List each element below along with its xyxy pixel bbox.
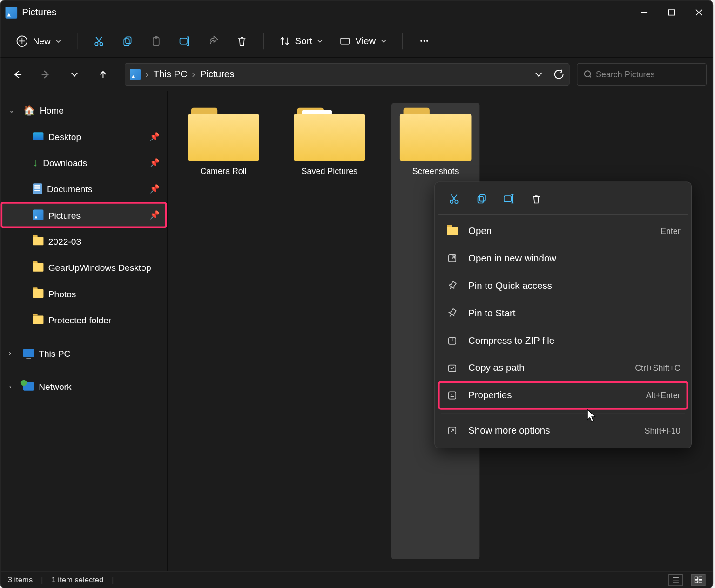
forward-button[interactable]	[35, 64, 57, 85]
folder-item[interactable]: Camera Roll	[179, 103, 267, 559]
breadcrumb-root[interactable]: This PC	[153, 69, 187, 80]
refresh-icon[interactable]	[553, 69, 564, 80]
cut-button[interactable]	[442, 188, 466, 209]
folder-icon	[188, 108, 259, 161]
pin-icon[interactable]: 📌	[149, 184, 160, 194]
chevron-right-icon[interactable]: ›	[9, 349, 11, 357]
shortcut: Ctrl+Shift+C	[635, 363, 681, 373]
chevron-down-icon[interactable]	[534, 70, 543, 79]
menu-show-more-options[interactable]: Show more options Shift+F10	[438, 417, 688, 444]
svg-point-21	[420, 40, 422, 42]
rename-button[interactable]	[173, 30, 196, 52]
details-view-button[interactable]	[668, 574, 683, 586]
search-box[interactable]	[577, 63, 707, 86]
chevron-right-icon: ›	[192, 69, 195, 80]
sidebar-label: 2022-03	[48, 236, 81, 247]
chevron-down-icon	[55, 38, 61, 44]
svg-rect-32	[699, 580, 702, 582]
chevron-down-icon[interactable]: ⌄	[9, 106, 15, 114]
pictures-app-icon	[6, 7, 18, 19]
sidebar-item-pictures[interactable]: Pictures 📌	[0, 202, 167, 228]
menu-pin-quick-access[interactable]: Pin to Quick access	[438, 272, 688, 300]
separator	[441, 413, 685, 413]
menu-copy-path[interactable]: Copy as path Ctrl+Shift+C	[438, 354, 688, 382]
up-button[interactable]	[92, 64, 114, 85]
pin-icon[interactable]: 📌	[149, 132, 160, 141]
address-bar[interactable]: › This PC › Pictures	[125, 63, 570, 86]
folder-item[interactable]: Saved Pictures	[285, 103, 373, 559]
copy-button[interactable]	[470, 188, 493, 209]
folder-label: Camera Roll	[200, 166, 247, 175]
window-title: Pictures	[22, 7, 56, 18]
pc-icon	[23, 349, 34, 357]
folder-label: Screenshots	[412, 166, 459, 175]
folder-icon	[400, 108, 472, 161]
breadcrumb-current[interactable]: Pictures	[200, 69, 235, 80]
rename-button[interactable]	[497, 188, 521, 209]
search-icon	[583, 70, 591, 79]
plus-circle-icon	[16, 35, 28, 47]
pin-icon[interactable]: 📌	[149, 158, 160, 167]
sidebar-item-documents[interactable]: Documents 📌	[0, 176, 167, 202]
pin-icon	[445, 281, 459, 291]
sidebar-item-this-pc[interactable]: › This PC	[0, 340, 167, 366]
svg-rect-1	[669, 10, 675, 15]
zip-icon	[445, 335, 459, 346]
more-button[interactable]	[412, 30, 436, 52]
chevron-down-icon	[317, 38, 323, 44]
sidebar-label: Downloads	[43, 158, 87, 168]
back-button[interactable]	[7, 64, 28, 85]
cut-button[interactable]	[87, 30, 111, 52]
pin-icon[interactable]: 📌	[149, 210, 160, 220]
maximize-button[interactable]	[658, 0, 685, 24]
minimize-button[interactable]	[630, 0, 658, 24]
view-button[interactable]: View	[334, 32, 392, 49]
desktop-icon	[33, 132, 43, 140]
new-button[interactable]: New	[10, 31, 67, 50]
sidebar-label: Network	[39, 381, 71, 392]
chevron-right-icon[interactable]: ›	[9, 382, 11, 391]
svg-rect-19	[341, 38, 350, 44]
download-icon: ↓	[33, 156, 38, 169]
svg-point-8	[100, 42, 102, 45]
delete-button[interactable]	[524, 188, 548, 209]
sidebar-item-folder[interactable]: Protected folder	[0, 307, 167, 333]
status-bar: 3 items | 1 item selected |	[0, 571, 713, 588]
menu-open[interactable]: Open Enter	[438, 217, 688, 245]
recent-button[interactable]	[64, 64, 85, 85]
sort-label: Sort	[295, 35, 313, 46]
thumbnails-view-button[interactable]	[691, 574, 706, 586]
sort-button[interactable]: Sort	[274, 32, 329, 49]
titlebar: Pictures	[0, 0, 713, 24]
svg-rect-38	[479, 195, 485, 201]
menu-compress-zip[interactable]: Compress to ZIP file	[438, 327, 688, 354]
sidebar-item-home[interactable]: ⌄ 🏠 Home	[0, 97, 167, 123]
sidebar-item-folder[interactable]: GearUpWindows Desktop	[0, 254, 167, 281]
share-button[interactable]	[202, 30, 225, 52]
sidebar-item-downloads[interactable]: ↓ Downloads 📌	[0, 149, 167, 175]
sidebar-item-network[interactable]: › Network	[0, 374, 167, 400]
sidebar-label: Desktop	[48, 131, 81, 141]
close-button[interactable]	[685, 0, 713, 24]
svg-point-24	[585, 71, 591, 77]
home-icon: 🏠	[23, 105, 35, 116]
folder-icon	[33, 263, 43, 272]
menu-open-new-window[interactable]: Open in new window	[438, 245, 688, 272]
new-window-icon	[445, 253, 459, 264]
navigation-pane: ⌄ 🏠 Home Desktop 📌 ↓ Downloads 📌 Documen…	[0, 91, 167, 571]
sidebar-label: Home	[40, 105, 64, 115]
menu-label: Open	[468, 226, 492, 236]
view-icon	[340, 35, 351, 46]
folder-icon	[33, 289, 43, 298]
paste-button[interactable]	[144, 30, 168, 52]
pictures-icon	[130, 69, 141, 80]
delete-button[interactable]	[230, 30, 254, 52]
sidebar-item-folder[interactable]: Photos	[0, 281, 167, 307]
copy-button[interactable]	[115, 30, 139, 52]
menu-properties[interactable]: Properties Alt+Enter	[438, 381, 688, 409]
sidebar-item-folder[interactable]: 2022-03	[0, 228, 167, 254]
menu-pin-start[interactable]: Pin to Start	[438, 300, 688, 327]
sidebar-label: Pictures	[48, 210, 81, 220]
sidebar-item-desktop[interactable]: Desktop 📌	[0, 123, 167, 149]
search-input[interactable]	[596, 70, 700, 79]
